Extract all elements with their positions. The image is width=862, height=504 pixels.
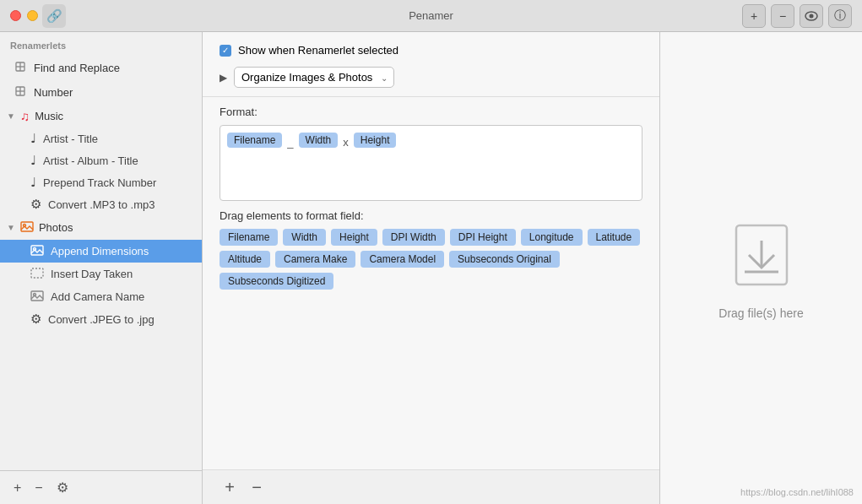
- format-field[interactable]: Filename _ Width x Height: [220, 125, 642, 201]
- sidebar-add-button[interactable]: +: [10, 478, 24, 497]
- format-remove-button[interactable]: −: [247, 477, 267, 497]
- drag-token-dpi-height[interactable]: DPI Height: [450, 229, 516, 246]
- sidebar-item-prepend-track[interactable]: ♩ Prepend Track Number: [0, 171, 202, 193]
- show-when-row: ✓ Show when Renamerlet selected: [220, 44, 642, 57]
- sidebar-footer: + − ⚙: [0, 470, 202, 504]
- format-sep-x: x: [341, 133, 350, 153]
- format-label: Format:: [220, 106, 642, 118]
- show-when-checkbox[interactable]: ✓: [220, 45, 231, 57]
- drag-token-dpi-width[interactable]: DPI Width: [382, 229, 445, 246]
- organize-dropdown[interactable]: Organize Images & Photos Always Show Nev…: [234, 67, 394, 88]
- drag-token-camera-model[interactable]: Camera Model: [361, 251, 444, 268]
- svg-rect-10: [31, 246, 43, 255]
- drag-section: Drag elements to format field: Filename …: [203, 209, 659, 298]
- sidebar-item-append-dimensions[interactable]: Append Dimensions: [0, 240, 202, 263]
- format-section: Format: Filename _ Width x Height: [203, 97, 659, 209]
- chevron-music-icon: ▼: [7, 111, 15, 121]
- sidebar-group-music[interactable]: ▼ ♫ Music: [0, 105, 202, 127]
- drag-token-height[interactable]: Height: [331, 229, 377, 246]
- eye-button[interactable]: [800, 4, 823, 28]
- format-token-filename[interactable]: Filename: [227, 133, 282, 148]
- sidebar-item-convert-jpeg[interactable]: ⚙ Convert .JPEG to .jpg: [0, 308, 202, 330]
- drag-token-latitude[interactable]: Latitude: [588, 229, 641, 246]
- drop-zone-label: Drag file(s) here: [718, 306, 803, 320]
- add-camera-name-label: Add Camera Name: [51, 290, 144, 303]
- sidebar-item-number[interactable]: Number: [0, 80, 202, 105]
- add-button[interactable]: +: [742, 4, 766, 28]
- drop-zone[interactable]: Drag file(s) here: [659, 32, 862, 504]
- format-sep-underscore: _: [285, 133, 295, 153]
- window-title: Penamer: [409, 9, 453, 22]
- photo-icon-append: [30, 243, 44, 259]
- convert-mp3-label: Convert .MP3 to .mp3: [48, 198, 155, 211]
- info-button[interactable]: ⓘ: [828, 4, 852, 28]
- svg-rect-13: [31, 291, 43, 301]
- dropdown-triangle-icon: ▶: [220, 72, 227, 84]
- content-top: ✓ Show when Renamerlet selected ▶ Organi…: [203, 32, 659, 97]
- dropdown-row: ▶ Organize Images & Photos Always Show N…: [220, 67, 642, 88]
- gear-icon-mp3: ⚙: [30, 197, 41, 212]
- chevron-photos-icon: ▼: [7, 223, 15, 232]
- convert-jpeg-label: Convert .JPEG to .jpg: [48, 313, 155, 326]
- photos-icon: [20, 219, 34, 236]
- sidebar-item-find-replace[interactable]: Find and Replace: [0, 56, 202, 80]
- sidebar-item-artist-album-title[interactable]: ♩ Artist - Album - Title: [0, 149, 202, 171]
- drag-token-filename[interactable]: Filename: [220, 229, 278, 246]
- drag-token-subseconds-digitized[interactable]: Subseconds Digitized: [220, 273, 333, 290]
- prepend-track-label: Prepend Track Number: [43, 176, 156, 189]
- cube-icon-find: [14, 60, 27, 76]
- photo-icon-day: [30, 266, 44, 282]
- link-icon[interactable]: 🔗: [42, 4, 66, 28]
- title-text: Penamer: [409, 9, 453, 22]
- drag-token-subseconds-original[interactable]: Subseconds Original: [449, 251, 560, 268]
- show-when-label: Show when Renamerlet selected: [238, 44, 398, 57]
- drag-token-width[interactable]: Width: [283, 229, 326, 246]
- content-area: ✓ Show when Renamerlet selected ▶ Organi…: [203, 32, 659, 504]
- svg-rect-8: [21, 222, 33, 231]
- format-token-height[interactable]: Height: [354, 133, 397, 148]
- minus-button[interactable]: −: [771, 4, 794, 28]
- append-dimensions-label: Append Dimensions: [51, 245, 149, 257]
- sidebar-item-convert-mp3[interactable]: ⚙ Convert .MP3 to .mp3: [0, 193, 202, 215]
- format-token-width[interactable]: Width: [299, 133, 339, 148]
- minimize-button[interactable]: [27, 10, 38, 21]
- titlebar: 🔗 Penamer + − ⓘ: [0, 0, 862, 32]
- drag-token-camera-make[interactable]: Camera Make: [275, 251, 355, 268]
- sidebar-gear-button[interactable]: ⚙: [53, 478, 72, 497]
- dropdown-wrapper: Organize Images & Photos Always Show Nev…: [234, 67, 394, 88]
- find-replace-label: Find and Replace: [34, 62, 120, 74]
- drag-token-altitude[interactable]: Altitude: [220, 251, 270, 268]
- photos-children: Append Dimensions Insert Day Taken: [0, 240, 202, 330]
- svg-rect-12: [31, 268, 43, 278]
- drag-label: Drag elements to format field:: [220, 209, 642, 222]
- music-icon: ♫: [20, 109, 30, 123]
- sidebar-item-add-camera-name[interactable]: Add Camera Name: [0, 285, 202, 308]
- sidebar-item-artist-title[interactable]: ♩ Artist - Title: [0, 127, 202, 149]
- sidebar-item-insert-day-taken[interactable]: Insert Day Taken: [0, 263, 202, 285]
- music-note-icon-3: ♩: [30, 175, 36, 190]
- sidebar-group-photos[interactable]: ▼ Photos: [0, 215, 202, 240]
- music-note-icon-2: ♩: [30, 153, 36, 168]
- artist-album-title-label: Artist - Album - Title: [43, 154, 138, 167]
- music-group-label: Music: [35, 110, 63, 122]
- photos-group-label: Photos: [39, 221, 73, 234]
- format-add-button[interactable]: +: [220, 477, 240, 497]
- content-bottom: + −: [203, 469, 659, 504]
- music-children: ♩ Artist - Title ♩ Artist - Album - Titl…: [0, 127, 202, 215]
- cube-icon-number: [14, 84, 27, 100]
- drag-token-longitude[interactable]: Longitude: [521, 229, 583, 246]
- close-button[interactable]: [10, 10, 21, 21]
- gear-icon-jpeg: ⚙: [30, 312, 41, 327]
- artist-title-label: Artist - Title: [43, 133, 98, 145]
- photo-icon-camera: [30, 289, 44, 305]
- drag-elements: Filename Width Height DPI Width DPI Heig…: [220, 229, 642, 290]
- watermark: https://blog.csdn.net/lihI088: [740, 487, 854, 497]
- insert-day-taken-label: Insert Day Taken: [51, 268, 133, 280]
- number-label: Number: [34, 86, 73, 99]
- sidebar: Renamerlets Find and Replace Nu: [0, 32, 203, 504]
- main-layout: Renamerlets Find and Replace Nu: [0, 32, 862, 504]
- sidebar-remove-button[interactable]: −: [31, 478, 46, 497]
- svg-point-1: [810, 14, 814, 18]
- drop-zone-icon: [724, 217, 800, 293]
- sidebar-header: Renamerlets: [0, 32, 202, 56]
